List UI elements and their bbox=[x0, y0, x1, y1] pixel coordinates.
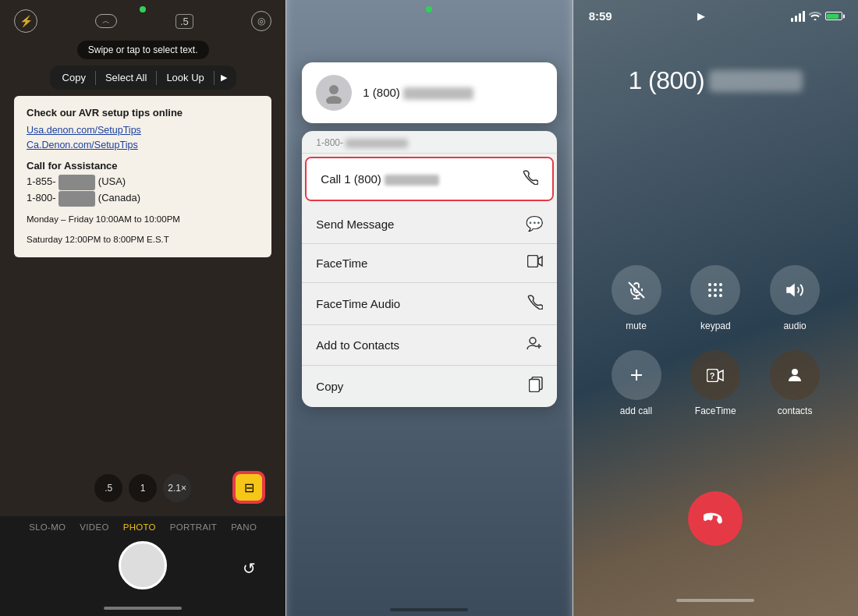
add-to-contacts-label: Add to Contacts bbox=[316, 338, 399, 352]
phone-panel: 1 (800) 1-800- Call 1 (800) bbox=[286, 0, 572, 616]
calling-info: 1 (800) bbox=[573, 27, 858, 95]
facetime-button[interactable]: ? bbox=[690, 350, 740, 400]
home-indicator-calling bbox=[676, 599, 754, 602]
keypad-button-wrap[interactable]: keypad bbox=[675, 265, 755, 331]
phone-status-dot bbox=[426, 6, 432, 12]
calling-grid: mute keypad bbox=[573, 265, 858, 416]
doc-hours2: Saturday 12:00PM to 8:00PM E.S.T bbox=[27, 233, 259, 246]
photo-mode[interactable]: PHOTO bbox=[123, 522, 156, 532]
svg-point-1 bbox=[326, 96, 342, 104]
svg-point-16 bbox=[719, 289, 722, 292]
facetime-icon bbox=[527, 255, 543, 271]
end-call-button[interactable] bbox=[688, 491, 743, 546]
chevron-up-icon[interactable]: ︿ bbox=[95, 14, 117, 28]
hdr-button[interactable]: .5 bbox=[176, 14, 193, 29]
add-call-button[interactable] bbox=[612, 350, 661, 400]
keypad-button[interactable] bbox=[690, 265, 740, 315]
zoom-05-button[interactable]: .5 bbox=[94, 474, 122, 502]
doc-title: Check our AVR setup tips online bbox=[27, 107, 259, 120]
slo-mo-mode[interactable]: SLO-MO bbox=[29, 522, 66, 532]
portrait-mode[interactable]: PORTRAIT bbox=[170, 522, 217, 532]
facetime-button-wrap[interactable]: ? FaceTime bbox=[675, 350, 755, 416]
add-to-contacts-action-item[interactable]: Add to Contacts bbox=[302, 325, 556, 366]
svg-text:?: ? bbox=[710, 371, 715, 381]
contact-avatar bbox=[316, 75, 352, 111]
svg-point-14 bbox=[708, 289, 711, 292]
calling-panel: 8:59 ▶ 1 (800) bbox=[573, 0, 858, 616]
context-menu: Copy Select All Look Up ▶ bbox=[0, 65, 285, 90]
shutter-button[interactable] bbox=[119, 541, 167, 589]
signal-bars bbox=[791, 11, 805, 22]
keypad-label: keypad bbox=[700, 320, 731, 331]
action-number-hint: 1-800- bbox=[302, 131, 556, 154]
shutter-row: ↺ bbox=[0, 536, 285, 600]
battery-fill bbox=[827, 14, 838, 19]
signal-bar-2 bbox=[795, 16, 797, 22]
doc-link2[interactable]: Ca.Denon.com/SetupTips bbox=[27, 138, 259, 153]
mute-button[interactable] bbox=[612, 265, 661, 315]
call-action-item[interactable]: Call 1 (800) bbox=[307, 158, 551, 200]
select-all-button[interactable]: Select All bbox=[96, 65, 156, 90]
live-text-hint: Swipe or tap to select text. bbox=[77, 41, 209, 59]
message-icon: 💬 bbox=[526, 215, 543, 232]
zoom-21-button[interactable]: 2.1× bbox=[163, 474, 191, 502]
send-message-label: Send Message bbox=[316, 218, 394, 231]
svg-point-12 bbox=[714, 283, 717, 286]
home-indicator-phone bbox=[390, 608, 468, 611]
contact-card: 1 (800) bbox=[302, 62, 556, 123]
action-menu: 1-800- Call 1 (800) Send Message 💬 FaceT… bbox=[302, 131, 556, 407]
document-card: Check our AVR setup tips online Usa.deno… bbox=[14, 96, 271, 257]
live-text-toggle-button[interactable]: ⊟ bbox=[234, 473, 264, 502]
audio-button-wrap[interactable]: audio bbox=[755, 265, 835, 331]
contacts-button-wrap[interactable]: contacts bbox=[755, 350, 835, 416]
svg-point-0 bbox=[329, 85, 339, 94]
svg-rect-7 bbox=[529, 380, 539, 392]
camera-viewfinder: .5 1 2.1× ⊟ bbox=[0, 260, 285, 516]
facetime-audio-action-item[interactable]: FaceTime Audio bbox=[302, 283, 556, 325]
camera-controls-bottom: SLO-MO VIDEO PHOTO PORTRAIT PANO ↺ bbox=[0, 516, 285, 616]
signal-bar-3 bbox=[799, 13, 801, 22]
call-action-label: Call 1 (800) bbox=[321, 172, 439, 186]
svg-marker-20 bbox=[787, 285, 794, 296]
doc-section: Call for Assistance bbox=[27, 160, 259, 172]
svg-point-15 bbox=[714, 289, 717, 292]
status-time: 8:59 bbox=[589, 9, 612, 23]
add-call-button-wrap[interactable]: add call bbox=[597, 350, 676, 416]
audio-button[interactable] bbox=[770, 265, 820, 315]
flash-icon[interactable]: ⚡ bbox=[14, 9, 37, 33]
call-icon bbox=[523, 169, 538, 189]
add-call-label: add call bbox=[620, 405, 652, 416]
rotate-camera-icon[interactable]: ↺ bbox=[243, 559, 256, 578]
add-contact-icon bbox=[526, 336, 543, 354]
video-mode[interactable]: VIDEO bbox=[80, 522, 108, 532]
mute-button-wrap[interactable]: mute bbox=[597, 265, 676, 331]
signal-bar-1 bbox=[791, 18, 793, 22]
doc-phone1: 1-855- (USA) bbox=[27, 174, 259, 190]
pano-mode[interactable]: PANO bbox=[231, 522, 257, 532]
doc-link1[interactable]: Usa.denon.com/SetupTips bbox=[27, 123, 259, 138]
calling-number-clear: 1 (800) bbox=[628, 66, 704, 95]
doc-hours1: Monday – Friday 10:00AM to 10:00PM bbox=[27, 213, 259, 226]
phone2-blurred bbox=[58, 191, 95, 207]
camera-top-bar: ⚡ ︿ .5 ◎ bbox=[0, 0, 285, 37]
wifi-icon bbox=[809, 10, 821, 23]
zoom-controls: .5 1 2.1× bbox=[94, 474, 191, 502]
copy-action-item[interactable]: Copy bbox=[302, 366, 556, 407]
svg-point-3 bbox=[530, 338, 536, 344]
location-indicator: ▶ bbox=[697, 10, 705, 22]
facetime-call-label: FaceTime bbox=[695, 405, 736, 416]
home-indicator bbox=[0, 600, 285, 616]
more-options-arrow[interactable]: ▶ bbox=[214, 66, 233, 89]
send-message-action-item[interactable]: Send Message 💬 bbox=[302, 204, 556, 244]
svg-point-19 bbox=[719, 294, 722, 297]
live-text-banner: Swipe or tap to select text. bbox=[0, 41, 285, 59]
contacts-button[interactable] bbox=[770, 350, 820, 400]
copy-button[interactable]: Copy bbox=[53, 65, 95, 90]
audio-label: audio bbox=[783, 320, 806, 331]
facetime-action-item[interactable]: FaceTime bbox=[302, 244, 556, 283]
live-photo-icon[interactable]: ◎ bbox=[251, 11, 271, 31]
facetime-audio-label: FaceTime Audio bbox=[316, 297, 400, 310]
zoom-1-button[interactable]: 1 bbox=[129, 474, 157, 502]
look-up-button[interactable]: Look Up bbox=[157, 65, 213, 90]
contact-number: 1 (800) bbox=[363, 86, 473, 100]
